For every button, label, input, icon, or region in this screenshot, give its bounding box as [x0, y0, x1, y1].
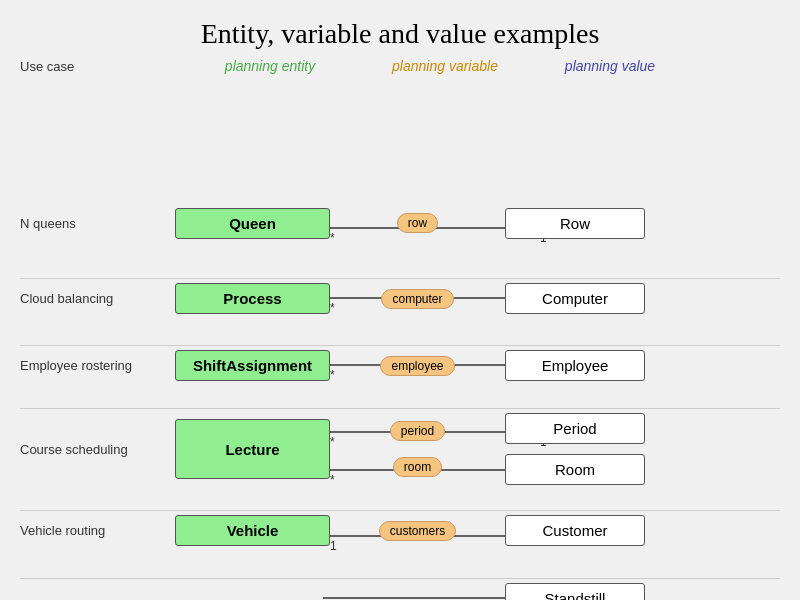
value-standstill: Standstill [505, 583, 645, 600]
label-course: Course scheduling [20, 442, 175, 457]
arrow-area-cloud: computer [330, 289, 505, 309]
arrow-area-course: period room [330, 421, 505, 477]
header-value: planning value [530, 58, 690, 74]
label-vehicle: Vehicle routing [20, 523, 175, 538]
entity-lecture: Lecture [175, 419, 330, 479]
value-computer: Computer [505, 283, 645, 314]
row-course: Course scheduling Lecture period room Pe… [20, 408, 780, 485]
label-employee: Employee rostering [20, 358, 175, 373]
header-entity: planning entity [180, 58, 360, 74]
header-variable: planning variable [360, 58, 530, 74]
entity-vehicle: Vehicle [175, 515, 330, 546]
variable-period: period [390, 421, 445, 441]
value-employee: Employee [505, 350, 645, 381]
value-customer: Customer [505, 515, 645, 546]
variable-computer: computer [381, 289, 453, 309]
arrow-area-employee: employee [330, 356, 505, 376]
value-room: Room [505, 454, 645, 485]
arrow-area-queens: row [330, 213, 505, 235]
variable-room: room [393, 457, 442, 477]
arrow-area-vehicle: customers [330, 521, 505, 541]
row-cloud: Cloud balancing Process computer Compute… [20, 278, 780, 314]
label-cloud: Cloud balancing [20, 291, 175, 306]
page: Entity, variable and value examples Use … [0, 0, 800, 600]
label-n-queens: N queens [20, 216, 175, 231]
header-use-case: Use case [20, 59, 180, 74]
values-traveling: Standstill Domicile [505, 583, 645, 600]
row-traveling: Traveling salesman Visit previousStandst… [20, 578, 780, 600]
variable-row: row [397, 213, 438, 233]
row-employee: Employee rostering ShiftAssignment emplo… [20, 345, 780, 381]
row-vehicle: Vehicle routing Vehicle customers Custom… [20, 510, 780, 546]
variable-customers: customers [379, 521, 456, 541]
page-title: Entity, variable and value examples [0, 0, 800, 58]
row-n-queens: N queens Queen row Row [20, 208, 780, 239]
values-course: Period Room [505, 413, 645, 485]
entity-shift: ShiftAssignment [175, 350, 330, 381]
value-row: Row [505, 208, 645, 239]
value-period: Period [505, 413, 645, 444]
entity-queen: Queen [175, 208, 330, 239]
entity-process: Process [175, 283, 330, 314]
header-row: Use case planning entity planning variab… [0, 58, 800, 80]
variable-employee: employee [380, 356, 454, 376]
